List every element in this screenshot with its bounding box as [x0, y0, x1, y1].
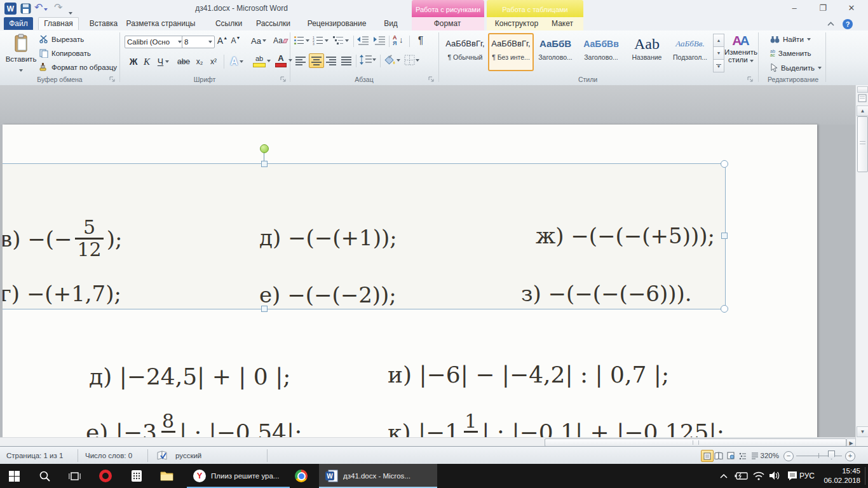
- highlight-button[interactable]: ab: [249, 55, 269, 68]
- tab-home[interactable]: Главная: [38, 17, 79, 30]
- save-icon[interactable]: [20, 3, 31, 14]
- align-center-button[interactable]: [309, 53, 324, 68]
- style-title[interactable]: Aab Название: [625, 34, 668, 71]
- wifi-icon[interactable]: [752, 471, 765, 480]
- view-outline-button[interactable]: [737, 450, 749, 461]
- resize-handle-bottom[interactable]: [261, 306, 268, 312]
- clear-formatting-button[interactable]: Аа: [273, 34, 287, 47]
- styles-scroll-down[interactable]: ▼: [713, 46, 724, 60]
- shrink-font-button[interactable]: А▼: [230, 34, 241, 47]
- view-draft-button[interactable]: [749, 450, 761, 461]
- format-painter-button[interactable]: Формат по образцу: [39, 63, 117, 72]
- tab-references[interactable]: Ссылки: [211, 17, 247, 30]
- close-button[interactable]: ✕: [843, 3, 860, 14]
- tab-review[interactable]: Рецензирование: [304, 17, 370, 30]
- paste-button[interactable]: Вставить: [5, 33, 37, 74]
- action-center-icon[interactable]: [787, 471, 798, 481]
- underline-button[interactable]: Ч: [154, 55, 173, 69]
- scroll-down-arrow[interactable]: ▼: [857, 426, 868, 437]
- undo-icon[interactable]: ↶: [34, 1, 48, 13]
- view-reading-button[interactable]: [713, 450, 724, 461]
- split-handle[interactable]: [857, 86, 868, 93]
- tab-page-layout[interactable]: Разметка страницы: [126, 17, 196, 30]
- resize-handle-right[interactable]: [721, 233, 728, 239]
- change-case-button[interactable]: Аа: [249, 34, 268, 47]
- opera-icon[interactable]: [99, 470, 112, 482]
- resize-handle-top-right[interactable]: [721, 160, 728, 168]
- shading-button[interactable]: [384, 55, 400, 65]
- strikethrough-button[interactable]: abe: [175, 55, 192, 69]
- styles-scroll-up[interactable]: ▲: [713, 34, 724, 47]
- superscript-button[interactable]: x²: [207, 55, 220, 69]
- taskbar-yandex-button[interactable]: Y Плииз решите ура...: [187, 464, 290, 488]
- page-indicator[interactable]: Страница: 1 из 1: [6, 447, 63, 464]
- redo-icon[interactable]: ↷: [54, 1, 62, 13]
- tab-design[interactable]: Конструктор: [491, 17, 543, 30]
- select-button[interactable]: Выделить: [770, 64, 822, 72]
- ruler-toggle-icon[interactable]: [857, 93, 868, 104]
- language-indicator[interactable]: русский: [175, 447, 201, 464]
- rotate-handle[interactable]: [260, 144, 269, 153]
- restore-button[interactable]: ❐: [814, 3, 832, 14]
- style-heading1[interactable]: АаБбВ Заголово...: [534, 34, 577, 71]
- file-explorer-icon[interactable]: [160, 470, 173, 481]
- view-print-layout-button[interactable]: [701, 450, 714, 462]
- language-tray-indicator[interactable]: РУС: [799, 471, 815, 480]
- style-heading2[interactable]: АаБбВв Заголово...: [580, 34, 623, 71]
- show-desktop-divider[interactable]: [865, 467, 865, 485]
- tab-layout[interactable]: Макет: [545, 17, 580, 30]
- subscript-button[interactable]: x₂: [193, 55, 206, 69]
- font-dialog-launcher[interactable]: [280, 76, 287, 83]
- tab-view[interactable]: Вид: [379, 17, 403, 30]
- styles-more-button[interactable]: ▼: [713, 59, 724, 72]
- calculator-icon[interactable]: [131, 470, 142, 482]
- sort-button[interactable]: А Я ↓: [393, 34, 408, 47]
- vertical-scrollbar[interactable]: ▲ ▼: [855, 85, 868, 446]
- vertical-scroll-thumb[interactable]: [857, 116, 868, 172]
- font-family-combo[interactable]: Calibri (Осно: [125, 36, 184, 48]
- task-view-icon[interactable]: [69, 471, 81, 481]
- replace-button[interactable]: ab ac Заменить: [770, 50, 811, 57]
- style-normal[interactable]: АаБбВвГг, ¶ Обычный: [444, 34, 487, 71]
- increase-indent-icon[interactable]: [374, 36, 386, 45]
- battery-icon[interactable]: [735, 472, 749, 480]
- tab-file[interactable]: Файл: [4, 17, 33, 30]
- tab-format[interactable]: Формат: [422, 17, 473, 30]
- tray-clock[interactable]: 15:45 06.02.2018: [821, 466, 860, 485]
- horizontal-scrollbar[interactable]: ▶: [0, 437, 855, 446]
- collapse-ribbon-icon[interactable]: [827, 21, 835, 27]
- tray-expand-chevron[interactable]: [719, 473, 728, 479]
- start-button[interactable]: [9, 471, 20, 482]
- search-icon[interactable]: [39, 471, 50, 482]
- resize-handle-top[interactable]: [261, 161, 268, 167]
- font-size-combo[interactable]: 8: [182, 36, 215, 48]
- chrome-icon[interactable]: [295, 470, 308, 482]
- align-left-icon[interactable]: [295, 56, 306, 65]
- styles-dialog-launcher[interactable]: [747, 76, 754, 83]
- justify-icon[interactable]: [341, 56, 352, 65]
- clipboard-dialog-launcher[interactable]: [109, 76, 116, 83]
- taskbar-word-button[interactable]: W дз41.docx - Micros...: [319, 464, 437, 488]
- find-button[interactable]: Найти: [770, 36, 811, 43]
- borders-button[interactable]: [404, 55, 419, 65]
- zoom-slider-track[interactable]: [796, 456, 842, 456]
- style-subtitle[interactable]: АаБбВв. Подзагол...: [668, 34, 712, 71]
- pilcrow-button[interactable]: ¶: [414, 34, 427, 48]
- align-right-icon[interactable]: [325, 56, 337, 65]
- tab-insert[interactable]: Вставка: [85, 17, 122, 30]
- word-app-icon[interactable]: W: [4, 3, 17, 15]
- font-color-button[interactable]: А: [272, 54, 290, 68]
- italic-button[interactable]: K: [141, 55, 153, 69]
- minimize-button[interactable]: –: [785, 3, 803, 14]
- bold-button[interactable]: Ж: [127, 55, 140, 69]
- decrease-indent-icon[interactable]: [357, 36, 369, 45]
- change-styles-button[interactable]: AA Изменить стили: [724, 33, 757, 72]
- help-icon[interactable]: ?: [843, 19, 853, 29]
- copy-button[interactable]: Копировать: [39, 49, 91, 58]
- text-effects-button[interactable]: А: [227, 55, 247, 69]
- customize-qat-icon[interactable]: [69, 6, 72, 17]
- spellcheck-icon[interactable]: [156, 451, 169, 461]
- zoom-level[interactable]: 320%: [760, 447, 779, 464]
- scroll-up-arrow[interactable]: ▲: [857, 105, 868, 116]
- style-no-spacing[interactable]: АаБбВвГг, ¶ Без инте...: [488, 33, 534, 71]
